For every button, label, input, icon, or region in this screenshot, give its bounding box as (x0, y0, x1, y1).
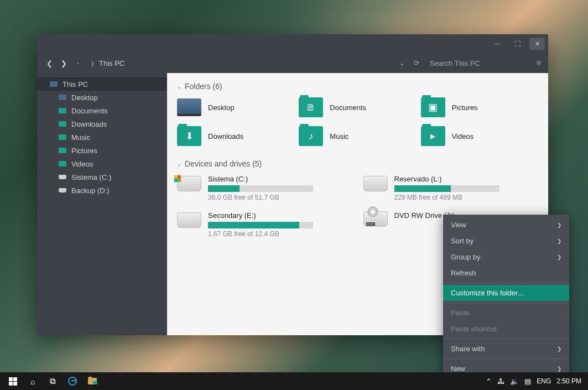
folder-downloads[interactable]: ⬇Downloads (177, 126, 294, 146)
dvd-icon (363, 211, 388, 227)
sidebar-item-videos[interactable]: Videos (37, 157, 167, 170)
context-menu: View❯Sort by❯Group by❯RefreshCustomize t… (443, 215, 569, 390)
edge-button[interactable] (63, 372, 82, 390)
drive-usage-bar (208, 222, 313, 228)
sidebar-item-music[interactable]: Music (37, 131, 167, 144)
task-view-button[interactable]: ⧉ (43, 372, 62, 390)
gear-icon[interactable]: ✻ (536, 59, 542, 67)
folder-music[interactable]: ♪Music (299, 126, 416, 146)
edge-icon (68, 377, 77, 386)
maximize-button[interactable]: ⛶ (509, 38, 525, 50)
drive-usage-bar (208, 185, 313, 192)
search-input[interactable]: Search This PC (425, 57, 530, 70)
network-icon[interactable]: 🖧 (497, 377, 504, 386)
submenu-arrow-icon: ❯ (557, 222, 561, 228)
forward-button[interactable]: ❯ (58, 59, 69, 67)
sidebar: This PCDesktopDocumentsDownloadsMusicPic… (37, 73, 167, 335)
folder-label: Music (330, 132, 348, 141)
monitor-icon (49, 81, 58, 87)
sidebar-item-label: Documents (71, 107, 108, 115)
navbar: ❮ ❯ ▪ ❯ This PC ⌄ ⟳ Search This PC ✻ (37, 53, 548, 73)
action-center-icon[interactable]: ▤ (524, 377, 531, 386)
folder-label: Pictures (452, 103, 478, 112)
drive-reservado-l-[interactable]: Reservado (L:)229 MB free of 499 MB (363, 175, 539, 201)
folder-icon (58, 147, 67, 154)
sidebar-item-pictures[interactable]: Pictures (37, 144, 167, 157)
start-button[interactable] (3, 372, 22, 390)
minimize-button[interactable]: ─ (490, 38, 505, 50)
drives-group-header[interactable]: ⌄ Devices and drives (5) (177, 159, 538, 168)
close-button[interactable]: ✕ (529, 38, 545, 50)
sidebar-item-label: This PC (63, 80, 88, 89)
menu-item-view[interactable]: View❯ (443, 217, 569, 233)
language-indicator[interactable]: ENG (537, 377, 551, 385)
titlebar: ─ ⛶ ✕ (37, 34, 548, 53)
breadcrumb-location: This PC (99, 59, 124, 67)
menu-item-label: Paste (451, 309, 469, 317)
sidebar-item-label: Desktop (71, 93, 98, 102)
explorer-button[interactable] (83, 372, 102, 390)
menu-separator (443, 358, 569, 359)
volume-icon[interactable]: 🔈 (510, 377, 519, 386)
folder-icon: ▸ (421, 126, 445, 146)
monitor-icon (58, 94, 67, 101)
sidebar-item-label: Sistema (C:) (71, 173, 111, 181)
menu-separator (443, 339, 569, 339)
folders-group-title: Folders (6) (185, 82, 222, 91)
sidebar-item-downloads[interactable]: Downloads (37, 117, 167, 131)
drive-name: Reservado (L:) (394, 175, 539, 183)
folders-group-header[interactable]: ⌄ Folders (6) (177, 82, 538, 91)
menu-item-label: Refresh (451, 269, 476, 277)
refresh-icon[interactable]: ⟳ (411, 59, 422, 67)
drive-icon (58, 187, 67, 194)
sidebar-item-label: Downloads (71, 120, 107, 128)
clock[interactable]: 2:50 PM (556, 377, 581, 385)
submenu-arrow-icon: ❯ (557, 366, 561, 372)
sidebar-item-backup-d-[interactable]: Backup (D:) (37, 184, 167, 197)
menu-item-share-with[interactable]: Share with❯ (443, 341, 569, 357)
chevron-right-icon: ❯ (90, 60, 95, 66)
folder-videos[interactable]: ▸Videos (421, 126, 538, 146)
folder-desktop[interactable]: Desktop (177, 97, 294, 117)
menu-item-label: New (451, 365, 465, 373)
menu-item-label: View (451, 221, 466, 229)
sidebar-item-documents[interactable]: Documents (37, 104, 167, 117)
back-button[interactable]: ❮ (44, 59, 55, 67)
menu-item-group-by[interactable]: Group by❯ (443, 249, 569, 265)
menu-item-paste-shortcut: Paste shortcut (443, 321, 569, 337)
drive-sistema-c-[interactable]: Sistema (C:)36.0 GB free of 51.7 GB (177, 175, 352, 201)
sidebar-item-sistema-c-[interactable]: Sistema (C:) (37, 170, 167, 184)
folder-icon: ▣ (421, 97, 445, 117)
breadcrumb[interactable]: ❯ This PC (90, 59, 124, 67)
menu-item-paste: Paste (443, 305, 569, 321)
drive-name: Secondary (E:) (208, 211, 352, 220)
drive-usage-bar (394, 185, 499, 192)
sidebar-item-desktop[interactable]: Desktop (37, 91, 167, 104)
submenu-arrow-icon: ❯ (557, 346, 561, 352)
sidebar-item-this-pc[interactable]: This PC (37, 77, 167, 91)
drives-group-title: Devices and drives (5) (185, 159, 262, 168)
folder-documents[interactable]: 🗎Documents (299, 97, 416, 117)
sidebar-item-label: Backup (D:) (71, 186, 110, 195)
folder-pictures[interactable]: ▣Pictures (421, 97, 538, 117)
menu-item-customize-this-folder-[interactable]: Customize this folder... (443, 285, 569, 301)
drive-free-text: 36.0 GB free of 51.7 GB (208, 194, 352, 201)
tray-chevron-icon[interactable]: ⌃ (486, 377, 492, 386)
folder-icon (88, 378, 97, 384)
sidebar-item-label: Music (71, 133, 90, 142)
menu-item-label: Sort by (451, 237, 473, 245)
chevron-down-icon: ⌄ (177, 161, 181, 167)
recent-dropdown[interactable]: ▪ (72, 61, 84, 65)
folder-label: Downloads (208, 132, 243, 141)
drive-secondary-e-[interactable]: Secondary (E:)1.67 GB free of 12.4 GB (177, 211, 352, 238)
menu-item-refresh[interactable]: Refresh (443, 265, 569, 281)
folder-icon (58, 121, 67, 127)
folder-icon (58, 160, 67, 167)
dropdown-icon[interactable]: ⌄ (397, 59, 408, 67)
sidebar-item-label: Pictures (71, 147, 97, 155)
chevron-down-icon: ⌄ (177, 84, 181, 90)
menu-item-sort-by[interactable]: Sort by❯ (443, 233, 569, 249)
menu-item-label: Paste shortcut (451, 325, 497, 333)
hard-drive-icon (177, 176, 201, 191)
search-button[interactable]: ⌕ (23, 372, 42, 390)
